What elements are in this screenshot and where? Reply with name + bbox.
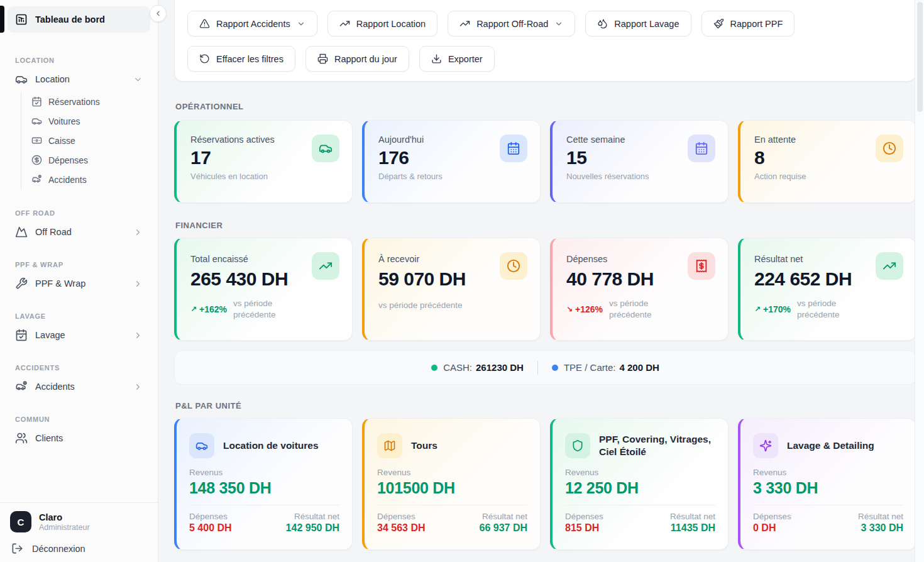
trending-up-icon (459, 18, 470, 29)
download-icon (431, 53, 442, 64)
expenses-label: Dépenses (753, 512, 791, 521)
scrollbar-track (915, 0, 924, 562)
sidebar-item-reservations[interactable]: Réservations (21, 92, 158, 111)
stat-card-en-attente: En attente 8 Action requise (738, 120, 916, 203)
financial-cards: Total encaissé 265 430 DH ↗+162% vs péri… (174, 238, 916, 341)
car-icon (15, 73, 28, 85)
calendar-check-icon (15, 329, 28, 341)
divider (537, 361, 538, 375)
rapport-du-jour-button[interactable]: Rapport du jour (305, 46, 409, 72)
unit-title: Lavage & Detailing (787, 439, 874, 452)
wrench-icon (15, 277, 28, 290)
sidebar-collapse-button[interactable] (150, 5, 167, 22)
cash-label: CASH: (443, 362, 472, 373)
sidebar-item-offroad[interactable]: Off Road (8, 222, 150, 242)
chevron-right-icon (133, 331, 143, 340)
car-alert-icon (31, 174, 42, 185)
user-role: Administrateur (39, 523, 90, 532)
divider (565, 505, 715, 505)
icon-chip (377, 433, 402, 458)
revenue-label: Revenus (753, 468, 903, 477)
section-title-financier: FINANCIER (175, 221, 916, 230)
net-label: Résultat net (858, 512, 903, 521)
rapport-ppf-button[interactable]: Rapport PPF (701, 11, 795, 36)
net-value: 142 950 DH (286, 522, 339, 534)
expenses-label: Dépenses (189, 512, 232, 521)
operational-cards: Réservations actives 17 Véhicules en loc… (174, 120, 916, 203)
scrollbar-thumb[interactable] (917, 2, 923, 112)
section-header-accidents: ACCIDENTS (15, 364, 143, 372)
trend-down-arrow-icon: ↘ (566, 305, 573, 314)
sparkles-icon (759, 439, 772, 452)
icon-chip (753, 433, 778, 458)
stat-card-total-encaisse: Total encaissé 265 430 DH ↗+162% vs péri… (174, 238, 353, 341)
sidebar-item-clients[interactable]: Clients (8, 428, 150, 448)
users-icon (15, 432, 28, 444)
revenue-value: 148 350 DH (189, 479, 339, 497)
rapport-location-button[interactable]: Rapport Location (327, 11, 437, 36)
sidebar-item-voitures[interactable]: Voitures (21, 111, 158, 131)
app-root: Tableau de bord LOCATION Location Réserv… (0, 0, 924, 562)
expenses-value: 815 DH (565, 522, 603, 534)
logout-button[interactable]: Déconnexion (10, 543, 148, 554)
stat-card-aujourdhui: Aujourd'hui 176 Départs & retours (362, 120, 541, 203)
divider (753, 505, 903, 505)
map-icon (383, 439, 396, 452)
sidebar-item-accidents[interactable]: Accidents (8, 377, 150, 397)
calendar-check-icon (31, 96, 42, 107)
paintbrush-icon (713, 18, 724, 29)
trending-up-icon (339, 18, 350, 29)
shield-icon (571, 439, 584, 452)
active-item-indicator (0, 6, 4, 33)
icon-chip (876, 252, 903, 280)
expenses-label: Dépenses (565, 512, 603, 521)
droplets-icon (597, 18, 608, 29)
stat-card-reservations-actives: Réservations actives 17 Véhicules en loc… (174, 120, 353, 203)
tpe-label: TPE / Carte: (564, 362, 616, 373)
sidebar-item-caisse[interactable]: Caisse (21, 131, 158, 150)
section-title-pnl: P&L PAR UNITÉ (175, 401, 916, 410)
logout-icon (11, 543, 23, 554)
section-header-lavage: LAVAGE (15, 312, 143, 320)
sidebar-item-ppf-wrap[interactable]: PPF & Wrap (8, 273, 150, 294)
net-value: 66 937 DH (480, 522, 528, 534)
trend-badge: ↗+162% (190, 304, 227, 314)
trend-badge: ↗+170% (754, 304, 791, 314)
sidebar-item-accidents-sub[interactable]: Accidents (21, 170, 158, 189)
cash-value: 261230 DH (476, 362, 524, 373)
rapport-lavage-button[interactable]: Rapport Lavage (585, 11, 691, 36)
section-header-offroad: OFF ROAD (15, 209, 143, 217)
expenses-value: 5 400 DH (189, 522, 232, 534)
section-header-location: LOCATION (15, 57, 143, 64)
section-header-commun: COMMUN (15, 416, 143, 423)
compare-text: vs période précédente (233, 298, 294, 321)
rapport-accidents-button[interactable]: Rapport Accidents (187, 11, 317, 36)
sidebar-item-location[interactable]: Location (8, 69, 150, 89)
stat-card-cette-semaine: Cette semaine 15 Nouvelles réservations (550, 120, 729, 203)
compare-text: vs période précédente (609, 298, 669, 321)
revenue-value: 3 330 DH (753, 479, 903, 497)
icon-chip (565, 433, 590, 458)
alert-triangle-icon (199, 18, 210, 29)
net-value: 3 330 DH (858, 522, 903, 534)
revenue-value: 12 250 DH (565, 479, 715, 497)
divider (377, 505, 527, 505)
rotate-ccw-icon (199, 53, 210, 64)
net-value: 11435 DH (670, 522, 715, 534)
icon-chip (876, 135, 903, 162)
effacer-filtres-button[interactable]: Effacer les filtres (187, 46, 295, 72)
action-buttons-row: Effacer les filtres Rapport du jour Expo… (187, 46, 903, 72)
sidebar-item-depenses[interactable]: Dépenses (21, 150, 158, 170)
pnl-card-ppf-covering: PPF, Covering, Vitrages, Ciel Étoilé Rev… (550, 418, 729, 550)
icon-chip (500, 135, 527, 162)
user-profile[interactable]: C Claro Administrateur (10, 511, 148, 532)
icon-chip (189, 433, 214, 458)
sidebar-item-lavage[interactable]: Lavage (8, 325, 150, 345)
section-header-ppf: PPF & WRAP (15, 261, 143, 268)
revenue-label: Revenus (565, 468, 715, 477)
sidebar-item-dashboard[interactable]: Tableau de bord (8, 6, 150, 33)
exporter-button[interactable]: Exporter (419, 46, 495, 72)
receipt-icon (695, 259, 708, 273)
sidebar-item-label: Tableau de bord (35, 14, 105, 25)
rapport-offroad-button[interactable]: Rapport Off-Road (448, 11, 575, 36)
